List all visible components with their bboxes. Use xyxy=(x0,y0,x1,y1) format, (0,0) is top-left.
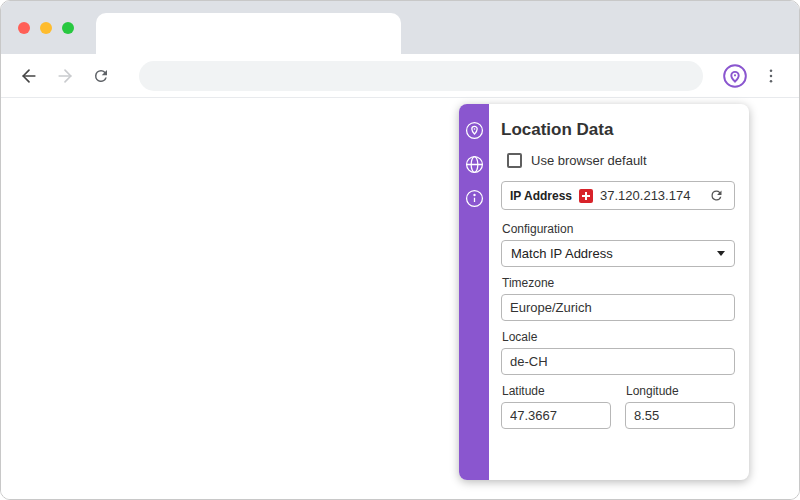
timezone-label: Timezone xyxy=(502,276,735,290)
latitude-input[interactable] xyxy=(501,402,611,429)
configuration-label: Configuration xyxy=(502,222,735,236)
configuration-select[interactable]: Match IP Address xyxy=(501,240,735,267)
refresh-icon xyxy=(709,188,724,203)
longitude-label: Longitude xyxy=(626,384,735,398)
locale-input[interactable] xyxy=(501,348,735,375)
forward-arrow-icon xyxy=(55,66,75,86)
swiss-flag-icon xyxy=(579,189,593,203)
reload-button[interactable] xyxy=(85,60,117,92)
use-browser-default-label: Use browser default xyxy=(531,153,647,168)
browser-window: Location Data Use browser default IP Add… xyxy=(0,0,800,500)
sidebar-tab-info[interactable] xyxy=(464,188,484,208)
latitude-field: Latitude xyxy=(501,384,611,438)
refresh-ip-button[interactable] xyxy=(706,186,726,206)
configuration-selected-value: Match IP Address xyxy=(511,246,613,261)
use-browser-default-checkbox[interactable] xyxy=(507,153,522,168)
minimize-window-button[interactable] xyxy=(40,22,52,34)
location-data-panel: Location Data Use browser default IP Add… xyxy=(459,104,749,480)
use-browser-default-row: Use browser default xyxy=(507,153,735,168)
latitude-label: Latitude xyxy=(502,384,611,398)
panel-title: Location Data xyxy=(501,120,735,140)
reload-icon xyxy=(92,67,110,85)
longitude-input[interactable] xyxy=(625,402,735,429)
browser-toolbar xyxy=(1,54,799,98)
vytal-extension-icon xyxy=(722,63,748,89)
browser-menu-button[interactable] xyxy=(755,60,787,92)
ip-address-value: 37.120.213.174 xyxy=(600,188,690,203)
panel-sidebar xyxy=(459,104,489,480)
panel-body: Location Data Use browser default IP Add… xyxy=(489,104,749,480)
kebab-menu-icon xyxy=(762,67,780,85)
browser-tab[interactable] xyxy=(96,13,401,54)
locale-label: Locale xyxy=(502,330,735,344)
location-pin-icon xyxy=(465,121,484,140)
forward-button[interactable] xyxy=(49,60,81,92)
globe-icon xyxy=(465,155,484,174)
page-content: Location Data Use browser default IP Add… xyxy=(1,98,799,499)
address-bar[interactable] xyxy=(139,61,703,91)
extension-button[interactable] xyxy=(719,60,751,92)
traffic-lights xyxy=(18,22,74,34)
tab-strip xyxy=(1,1,799,54)
close-window-button[interactable] xyxy=(18,22,30,34)
sidebar-tab-location[interactable] xyxy=(464,120,484,140)
back-button[interactable] xyxy=(13,60,45,92)
ip-address-label: IP Address xyxy=(510,189,572,203)
timezone-input[interactable] xyxy=(501,294,735,321)
back-arrow-icon xyxy=(19,66,39,86)
longitude-field: Longitude xyxy=(625,384,735,438)
info-icon xyxy=(465,189,484,208)
coordinates-row: Latitude Longitude xyxy=(501,384,735,438)
maximize-window-button[interactable] xyxy=(62,22,74,34)
sidebar-tab-globe[interactable] xyxy=(464,154,484,174)
ip-address-box: IP Address 37.120.213.174 xyxy=(501,181,735,210)
chevron-down-icon xyxy=(717,251,725,256)
